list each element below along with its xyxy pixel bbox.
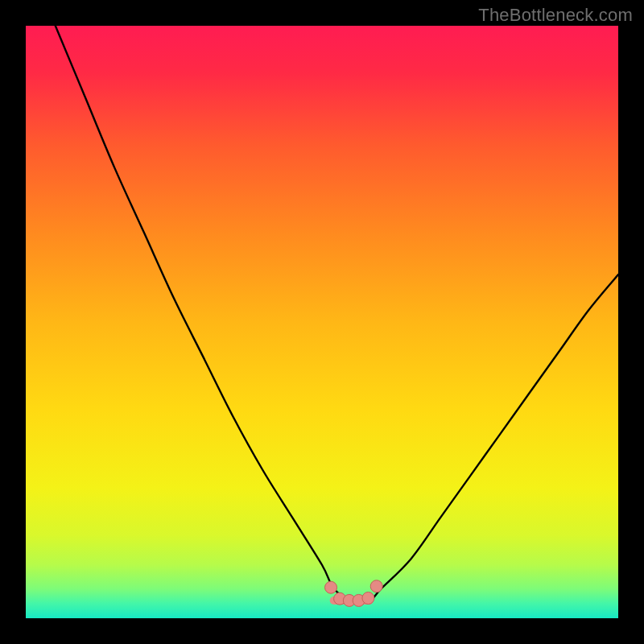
curve-markers bbox=[26, 26, 618, 618]
curve-marker-dot bbox=[362, 592, 374, 604]
curve-marker-dot bbox=[325, 581, 337, 593]
plot-area bbox=[26, 26, 618, 618]
watermark-text: TheBottleneck.com bbox=[478, 5, 633, 26]
chart-frame: TheBottleneck.com bbox=[0, 0, 644, 644]
curve-marker-dot bbox=[370, 580, 382, 592]
